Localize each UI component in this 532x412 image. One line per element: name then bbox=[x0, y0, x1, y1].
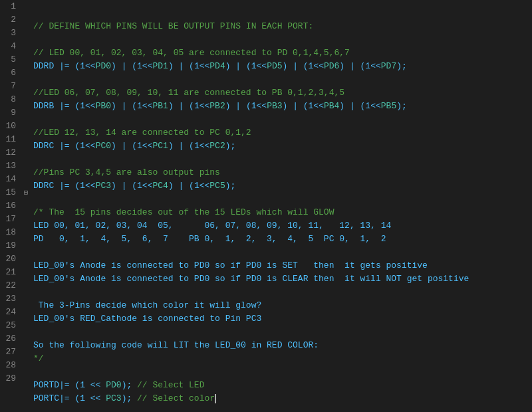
line-number-5: 5 bbox=[0, 53, 16, 66]
line-number-15: 15 bbox=[0, 186, 16, 199]
token: ) | (1<< bbox=[339, 101, 380, 111]
token: PORTD bbox=[33, 380, 59, 390]
collapse-indicator-2 bbox=[21, 13, 31, 27]
token: //LED 06, 07, 08, 09, 10, 11 are connect… bbox=[33, 88, 344, 98]
line-number-21: 21 bbox=[0, 266, 16, 279]
token: */ bbox=[33, 354, 44, 363]
line-number-12: 12 bbox=[0, 146, 16, 159]
collapse-indicator-23 bbox=[21, 292, 31, 306]
token: ); bbox=[122, 380, 137, 390]
token: // LED 00, 01, 02, 03, 04, 05 are connec… bbox=[33, 48, 350, 58]
token: PC3 bbox=[96, 181, 111, 191]
line-number-11: 11 bbox=[0, 133, 16, 146]
code-line-19: LED_00's Anode is connected to PD0 so if… bbox=[33, 259, 532, 272]
code-line-28: PORTD|= (1 << PD0); // Select LED bbox=[33, 379, 532, 392]
token: ); bbox=[396, 61, 407, 71]
collapse-indicator-13 bbox=[21, 159, 31, 173]
token: ) | (1<< bbox=[283, 101, 324, 111]
code-editor: 1234567891011121314151617181920212223242… bbox=[0, 0, 532, 412]
token: PC5 bbox=[209, 181, 225, 191]
code-line-18 bbox=[33, 246, 532, 259]
collapse-indicator-8 bbox=[21, 93, 31, 106]
code-line-15: /* The 15 pins decides out of the 15 LED… bbox=[33, 206, 532, 219]
code-line-1: // DEFINE WHICH PINS WILL BE OUTPUT PINS… bbox=[33, 20, 532, 33]
token: ) | (1<< bbox=[168, 61, 209, 71]
code-line-11 bbox=[33, 153, 532, 166]
token: LED 00, 01, 02, 03, 04 05, 06, 07, 08, 0… bbox=[33, 221, 391, 231]
token: PB3 bbox=[267, 101, 282, 111]
collapse-indicator-17 bbox=[21, 213, 31, 226]
token: ); bbox=[122, 393, 137, 403]
code-line-20: LED_00's Anode is connected to PD0 so if… bbox=[33, 272, 532, 286]
code-line-13: DDRC |= (1<<PC3) | (1<<PC4) | (1<<PC5); bbox=[33, 179, 532, 193]
token: PD1 bbox=[152, 61, 168, 71]
collapse-indicator-5 bbox=[21, 53, 31, 66]
token: DDRC bbox=[33, 181, 54, 191]
line-number-19: 19 bbox=[0, 239, 16, 253]
token: PC1 bbox=[152, 141, 168, 151]
collapse-indicator-28 bbox=[21, 359, 31, 372]
collapse-indicator-21 bbox=[21, 266, 31, 279]
line-number-20: 20 bbox=[0, 253, 16, 266]
collapse-indicator-22 bbox=[21, 279, 31, 292]
collapse-indicator-29 bbox=[21, 372, 31, 385]
line-number-3: 3 bbox=[0, 27, 16, 40]
collapse-indicator-9 bbox=[21, 106, 31, 120]
code-area[interactable]: // DEFINE WHICH PINS WILL BE OUTPUT PINS… bbox=[31, 0, 532, 412]
collapse-indicator-18 bbox=[21, 226, 31, 239]
collapse-indicator-15[interactable]: ⊟ bbox=[21, 186, 31, 199]
collapse-indicator-14 bbox=[21, 173, 31, 186]
token: PB1 bbox=[152, 101, 168, 111]
line-number-9: 9 bbox=[0, 106, 16, 120]
token: // Select LED bbox=[137, 380, 204, 390]
line-number-22: 22 bbox=[0, 279, 16, 292]
text-cursor bbox=[215, 394, 216, 403]
collapse-indicator-4 bbox=[21, 40, 31, 53]
token: ) | (1<< bbox=[225, 61, 267, 71]
token: ) | (1<< bbox=[111, 141, 152, 151]
line-number-29: 29 bbox=[0, 372, 16, 385]
token: |= (1 << bbox=[59, 380, 106, 390]
line-number-18: 18 bbox=[0, 226, 16, 239]
code-line-16: LED 00, 01, 02, 03, 04 05, 06, 07, 08, 0… bbox=[33, 219, 532, 233]
token: The 3-Pins decide which color it will gl… bbox=[33, 300, 261, 310]
token: PD5 bbox=[267, 61, 282, 71]
code-line-4: DDRD |= (1<<PD0) | (1<<PD1) | (1<<PD4) |… bbox=[33, 60, 532, 73]
token: ) | (1<< bbox=[283, 61, 324, 71]
line-number-4: 4 bbox=[0, 40, 16, 53]
code-line-29: PORTC|= (1 << PC3); // Select color bbox=[33, 392, 532, 405]
code-line-27 bbox=[33, 365, 532, 379]
token: PB0 bbox=[96, 101, 111, 111]
token: |= (1<< bbox=[54, 61, 95, 71]
token: DDRD bbox=[33, 61, 54, 71]
token: PC4 bbox=[152, 181, 168, 191]
line-number-27: 27 bbox=[0, 346, 16, 359]
token: PC3 bbox=[106, 393, 121, 403]
line-number-17: 17 bbox=[0, 213, 16, 226]
code-line-26: */ bbox=[33, 352, 532, 365]
code-line-21 bbox=[33, 286, 532, 299]
code-line-9: //LED 12, 13, 14 are connected to PC 0,1… bbox=[33, 126, 532, 140]
code-line-24 bbox=[33, 326, 532, 339]
token: DDRB bbox=[33, 101, 54, 111]
token: ); bbox=[225, 181, 236, 191]
line-number-13: 13 bbox=[0, 159, 16, 173]
line-number-2: 2 bbox=[0, 13, 16, 27]
token: ) | (1<< bbox=[339, 61, 380, 71]
line-number-6: 6 bbox=[0, 66, 16, 80]
code-line-22: The 3-Pins decide which color it will gl… bbox=[33, 299, 532, 312]
collapse-indicator-20 bbox=[21, 253, 31, 266]
token: ) | (1<< bbox=[168, 141, 209, 151]
line-number-14: 14 bbox=[0, 173, 16, 186]
collapse-gutter: ⊟ bbox=[21, 0, 31, 412]
line-number-1: 1 bbox=[0, 0, 16, 13]
token: |= (1<< bbox=[54, 101, 95, 111]
token: //Pins PC 3,4,5 are also output pins bbox=[33, 167, 220, 177]
code-line-2 bbox=[33, 33, 532, 47]
line-number-26: 26 bbox=[0, 332, 16, 346]
line-number-10: 10 bbox=[0, 120, 16, 133]
token: // Select color bbox=[137, 393, 215, 403]
collapse-indicator-3 bbox=[21, 27, 31, 40]
token: PC0 bbox=[96, 141, 111, 151]
line-number-16: 16 bbox=[0, 199, 16, 213]
